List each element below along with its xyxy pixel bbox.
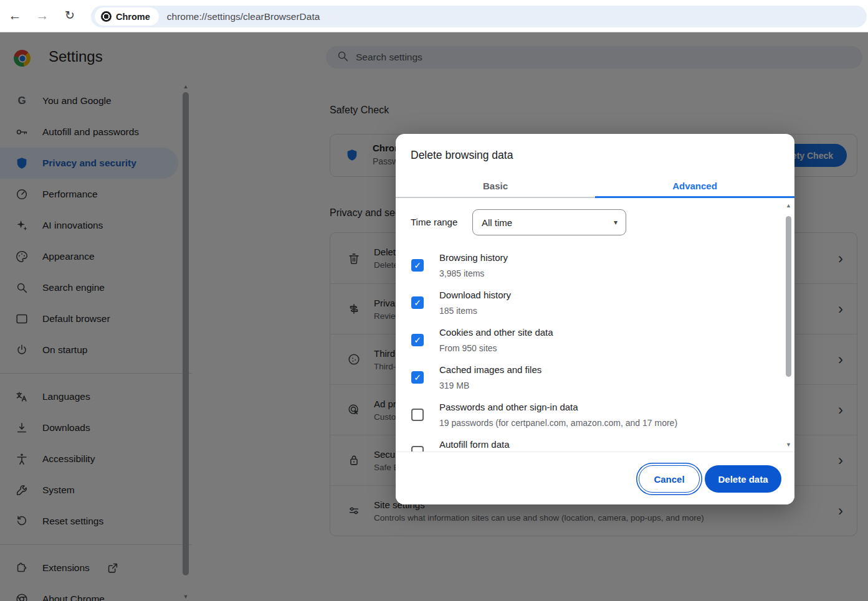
- data-type-list: ✓ Browsing history 3,985 items ✓ Downloa…: [396, 251, 794, 452]
- browser-toolbar: ← → ↻ Chrome chrome://settings/clearBrow…: [0, 0, 868, 32]
- time-range-label: Time range: [411, 209, 457, 235]
- dialog-scrollbar-thumb[interactable]: [786, 216, 791, 377]
- url-text: chrome://settings/clearBrowserData: [167, 11, 320, 22]
- item-detail: 19 passwords (for certpanel.com, amazon.…: [439, 417, 677, 429]
- chrome-site-chip[interactable]: Chrome: [95, 7, 159, 26]
- dialog-footer: Cancel Delete data: [396, 452, 794, 504]
- check-icon: ✓: [414, 372, 421, 382]
- checkbox-browsing-history[interactable]: ✓: [411, 259, 424, 272]
- checkbox-autofill[interactable]: [411, 446, 424, 452]
- row-autofill-form-data[interactable]: Autofill form data: [396, 438, 794, 452]
- scroll-up-icon[interactable]: ▲: [784, 201, 793, 210]
- check-icon: ✓: [414, 298, 421, 308]
- chrome-chip-label: Chrome: [116, 12, 150, 22]
- row-browsing-history[interactable]: ✓ Browsing history 3,985 items: [396, 251, 794, 288]
- back-icon[interactable]: ←: [5, 0, 25, 32]
- tab-basic[interactable]: Basic: [396, 174, 595, 198]
- dropdown-caret-icon: ▾: [614, 218, 618, 227]
- item-detail: 3,985 items: [439, 267, 508, 280]
- dialog-tabs: Basic Advanced: [396, 174, 794, 198]
- dialog-title: Delete browsing data: [411, 149, 513, 162]
- time-range-value: All time: [482, 217, 512, 228]
- row-download-history[interactable]: ✓ Download history 185 items: [396, 288, 794, 326]
- check-icon: ✓: [414, 335, 421, 345]
- scroll-down-icon[interactable]: ▼: [784, 440, 793, 449]
- item-label: Download history: [439, 289, 511, 301]
- item-label: Browsing history: [439, 252, 508, 264]
- row-passwords[interactable]: Passwords and other sign-in data 19 pass…: [396, 400, 794, 438]
- item-detail: From 950 sites: [439, 342, 553, 354]
- row-cookies[interactable]: ✓ Cookies and other site data From 950 s…: [396, 326, 794, 363]
- time-range-select[interactable]: All time ▾: [472, 209, 626, 235]
- checkbox-cookies[interactable]: ✓: [411, 334, 424, 346]
- dialog-scrollbar[interactable]: ▲ ▼: [784, 201, 793, 449]
- check-icon: ✓: [414, 260, 421, 270]
- item-label: Cookies and other site data: [439, 326, 553, 339]
- item-detail: 185 items: [439, 305, 511, 317]
- dialog-content: Time range All time ▾ ✓ Browsing history…: [396, 199, 794, 452]
- delete-browsing-data-dialog: Delete browsing data Basic Advanced Time…: [396, 134, 794, 504]
- checkbox-passwords[interactable]: [411, 409, 424, 421]
- forward-icon[interactable]: →: [32, 0, 52, 32]
- item-label: Passwords and other sign-in data: [439, 401, 677, 414]
- item-label: Cached images and files: [439, 364, 541, 376]
- delete-data-button[interactable]: Delete data: [705, 465, 781, 493]
- checkbox-download-history[interactable]: ✓: [411, 296, 424, 309]
- cancel-button[interactable]: Cancel: [639, 465, 700, 493]
- checkbox-cached-images[interactable]: ✓: [411, 371, 424, 384]
- item-detail: 319 MB: [439, 379, 541, 392]
- tab-advanced[interactable]: Advanced: [595, 174, 794, 198]
- item-label: Autofill form data: [439, 438, 510, 451]
- chrome-logo-icon: [101, 11, 112, 22]
- row-cached-images[interactable]: ✓ Cached images and files 319 MB: [396, 363, 794, 400]
- reload-icon[interactable]: ↻: [60, 0, 80, 32]
- address-bar[interactable]: Chrome chrome://settings/clearBrowserDat…: [91, 6, 867, 27]
